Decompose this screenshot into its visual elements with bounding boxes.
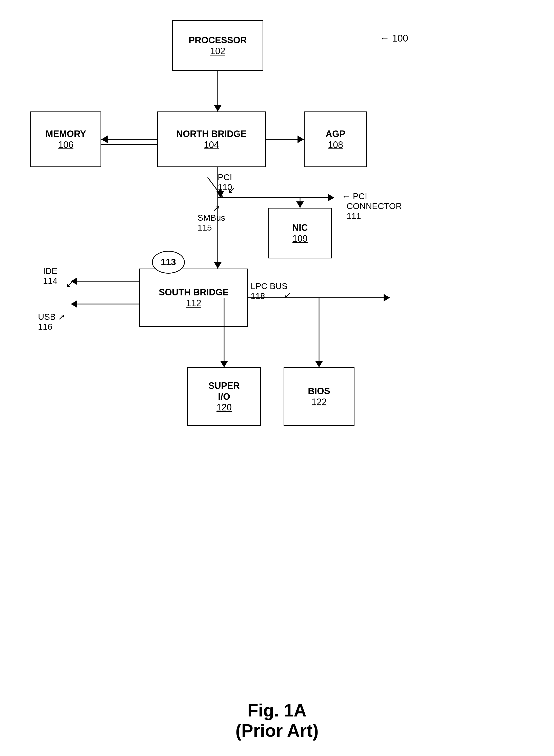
svg-marker-26 [217, 191, 224, 198]
svg-marker-1 [214, 105, 222, 111]
pci-connector-text: ← PCI CONNECTOR 111 [342, 191, 402, 221]
northbridge-box: NORTH BRIDGE 104 [157, 111, 266, 167]
ide-text: IDE114 [43, 266, 57, 286]
smbus-arrow: ↗ [213, 203, 220, 213]
svg-marker-3 [101, 136, 108, 143]
connection-lines [0, 0, 554, 659]
southbridge-num: 112 [186, 298, 201, 309]
southbridge-box: SOUTH BRIDGE 112 [139, 268, 248, 327]
svg-marker-18 [315, 361, 323, 367]
ide-label: IDE114 [43, 266, 57, 286]
processor-label: PROCESSOR [188, 35, 247, 46]
pci-connector-label: ← PCI CONNECTOR 111 [342, 191, 402, 221]
nic-box: NIC 109 [268, 208, 332, 258]
lpcbus-label: LPC BUS118 [251, 281, 288, 301]
bios-label: BIOS [308, 386, 330, 397]
svg-marker-6 [297, 136, 304, 143]
figure-caption: Fig. 1A (Prior Art) [0, 700, 554, 741]
southbridge-label: SOUTH BRIDGE [159, 287, 229, 298]
processor-num: 102 [210, 46, 225, 56]
fig-title: Fig. 1A [0, 700, 554, 720]
superio-label: SUPERI/O [208, 380, 240, 402]
processor-box: PROCESSOR 102 [172, 20, 263, 71]
smbus-text: SMBus115 [198, 213, 225, 232]
svg-marker-10 [328, 194, 334, 201]
bios-box: BIOS 122 [284, 367, 354, 425]
memory-box: MEMORY 106 [31, 111, 101, 167]
bios-num: 122 [312, 397, 327, 407]
ref-100-label: ← 100 [380, 33, 408, 44]
ide-arrow: ↙ [66, 279, 73, 289]
superio-num: 120 [217, 402, 232, 413]
usb-text: USB ↗116 [38, 312, 65, 332]
northbridge-num: 104 [204, 140, 219, 150]
superio-box: SUPERI/O 120 [187, 367, 261, 425]
svg-marker-22 [71, 300, 77, 308]
fig-subtitle: (Prior Art) [0, 720, 554, 741]
nic-num: 109 [292, 233, 308, 244]
usb-label: USB ↗116 [38, 312, 65, 332]
lpcbus-text: LPC BUS118 [251, 281, 288, 301]
northbridge-label: NORTH BRIDGE [176, 129, 246, 139]
svg-marker-12 [296, 201, 304, 208]
svg-marker-8 [214, 262, 222, 268]
oval-113: 113 [152, 251, 185, 273]
memory-num: 106 [58, 140, 73, 150]
lpcbus-arrow: ↙ [284, 290, 291, 301]
memory-label: MEMORY [46, 129, 86, 139]
agp-box: AGP 108 [304, 111, 367, 167]
diagram: ← 100 PROCESSOR 102 NORTH BRIDGE 104 MEM… [0, 0, 554, 659]
svg-marker-14 [384, 294, 390, 301]
pci-arrow: ↙ [228, 185, 235, 196]
smbus-label: SMBus115 [198, 213, 225, 233]
agp-label: AGP [326, 129, 345, 139]
nic-label: NIC [292, 222, 308, 233]
svg-marker-16 [220, 361, 228, 367]
oval-113-label: 113 [161, 257, 176, 267]
agp-num: 108 [328, 140, 343, 150]
